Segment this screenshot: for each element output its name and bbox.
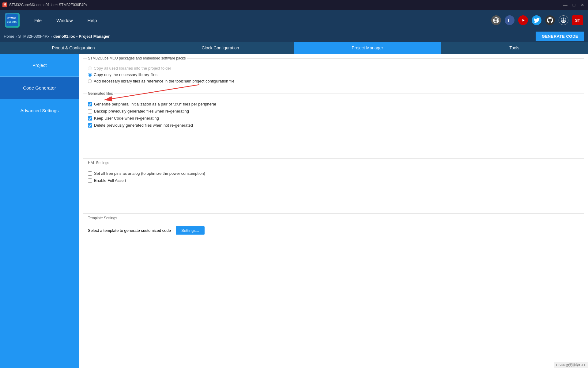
titlebar-title: STM32CubeMX demo01.ioc*: STM32F030F4Px [9, 3, 562, 7]
globe-icon[interactable] [491, 15, 501, 25]
tab-clock[interactable]: Clock Configuration [147, 42, 294, 54]
titlebar: M STM32CubeMX demo01.ioc*: STM32F030F4Px… [0, 0, 588, 10]
breadcrumb-device[interactable]: STM32F030F4Px [18, 34, 49, 39]
settings-button[interactable]: Settings... [176, 226, 205, 235]
breadcrumb-sep-1: › [16, 34, 17, 39]
sidebar-item-code-generator[interactable]: Code Generator [0, 77, 79, 99]
radio-copy-all-label: Copy all used libraries into the project… [94, 66, 171, 71]
footer-text: CSDN@无聊学C++ [556, 363, 586, 367]
template-settings-description: Select a template to generate customized… [88, 228, 171, 233]
sidebar: Project Code Generator Advanced Settings [0, 54, 79, 368]
template-settings-inner: Select a template to generate customized… [88, 226, 579, 235]
radio-add-reference[interactable]: Add necessary library files as reference… [88, 79, 579, 83]
breadcrumb-project[interactable]: demo01.ioc - Project Manager [53, 34, 110, 39]
github-icon[interactable] [545, 15, 555, 25]
radio-copy-all[interactable]: Copy all used libraries into the project… [88, 66, 579, 71]
twitter-icon[interactable] [532, 15, 541, 25]
check-keep-user-code-input[interactable] [88, 116, 92, 121]
content-area: Project Code Generator Advanced Settings… [0, 54, 588, 368]
radio-copy-necessary-label: Copy only the necessary library files [94, 72, 157, 77]
template-settings-title: Template Settings [87, 216, 118, 220]
check-delete-generated[interactable]: Delete previously generated files when n… [88, 123, 579, 128]
logo-box: STM32 CubeMX [5, 13, 22, 28]
svg-text:f: f [508, 18, 510, 23]
check-set-analog-label: Set all free pins as analog (to optimize… [94, 171, 205, 176]
social-icons: f ST [491, 15, 583, 25]
check-gen-peripheral[interactable]: Generate peripheral initialization as a … [88, 102, 579, 106]
check-gen-peripheral-input[interactable] [88, 102, 92, 106]
hal-settings-title: HAL Settings [87, 161, 111, 165]
radio-copy-all-input[interactable] [88, 66, 92, 70]
generated-files-section: Generated files Generate peripheral init… [83, 94, 584, 159]
breadcrumb-sep-2: › [51, 34, 52, 39]
generate-code-button[interactable]: GENERATE CODE [536, 32, 584, 41]
breadcrumb-home[interactable]: Home [4, 34, 14, 39]
check-enable-assert-input[interactable] [88, 178, 92, 183]
mcu-packages-title: STM32Cube MCU packages and embedded soft… [87, 56, 187, 60]
check-delete-generated-input[interactable] [88, 123, 92, 128]
tab-pinout[interactable]: Pinout & Configuration [0, 42, 147, 54]
facebook-icon[interactable]: f [505, 15, 514, 25]
main-panel: STM32Cube MCU packages and embedded soft… [79, 54, 588, 368]
file-menu[interactable]: File [34, 18, 42, 23]
network-icon[interactable] [559, 15, 568, 25]
sidebar-item-project[interactable]: Project [0, 54, 79, 77]
check-gen-peripheral-label: Generate peripheral initialization as a … [94, 102, 216, 106]
window-menu[interactable]: Window [56, 18, 73, 23]
check-keep-user-code-label: Keep User Code when re-generating [94, 116, 159, 121]
footer: CSDN@无聊学C++ [554, 362, 588, 368]
template-settings-section: Template Settings Select a template to g… [83, 218, 584, 263]
titlebar-icon: M [2, 2, 7, 7]
svg-rect-0 [6, 14, 18, 26]
maximize-button[interactable]: □ [571, 2, 577, 8]
radio-copy-necessary-input[interactable] [88, 73, 92, 77]
check-set-analog-input[interactable] [88, 171, 92, 176]
check-enable-assert[interactable]: Enable Full Assert [88, 178, 579, 183]
generated-files-title: Generated files [87, 91, 114, 96]
breadcrumb: Home › STM32F030F4Px › demo01.ioc - Proj… [0, 31, 588, 42]
check-set-analog[interactable]: Set all free pins as analog (to optimize… [88, 171, 579, 176]
tab-tools[interactable]: Tools [441, 42, 588, 54]
main-tabs: Pinout & Configuration Clock Configurati… [0, 42, 588, 54]
check-backup-generated-label: Backup previously generated files when r… [94, 109, 189, 113]
menu-bar: File Window Help [34, 18, 491, 23]
close-button[interactable]: ✕ [579, 2, 586, 8]
help-menu[interactable]: Help [88, 18, 97, 23]
check-delete-generated-label: Delete previously generated files when n… [94, 123, 193, 128]
radio-add-reference-label: Add necessary library files as reference… [94, 79, 235, 83]
check-keep-user-code[interactable]: Keep User Code when re-generating [88, 116, 579, 121]
st-logo-icon[interactable]: ST [572, 15, 583, 25]
hal-settings-section: HAL Settings Set all free pins as analog… [83, 163, 584, 214]
radio-copy-necessary[interactable]: Copy only the necessary library files [88, 72, 579, 77]
top-navigation: STM32 CubeMX File Window Help f ST [0, 10, 588, 31]
check-backup-generated[interactable]: Backup previously generated files when r… [88, 109, 579, 113]
sidebar-item-advanced-settings[interactable]: Advanced Settings [0, 99, 79, 122]
mcu-packages-section: STM32Cube MCU packages and embedded soft… [83, 58, 584, 89]
tab-project-manager[interactable]: Project Manager [294, 42, 441, 54]
svg-text:CubeMX: CubeMX [7, 21, 17, 23]
check-enable-assert-label: Enable Full Assert [94, 178, 126, 183]
svg-text:STM32: STM32 [7, 17, 16, 20]
window-controls: — □ ✕ [562, 2, 586, 8]
youtube-icon[interactable] [518, 15, 528, 25]
minimize-button[interactable]: — [562, 2, 568, 8]
logo-icon: STM32 CubeMX [5, 13, 20, 28]
radio-add-reference-input[interactable] [88, 79, 92, 83]
check-backup-generated-input[interactable] [88, 109, 92, 113]
